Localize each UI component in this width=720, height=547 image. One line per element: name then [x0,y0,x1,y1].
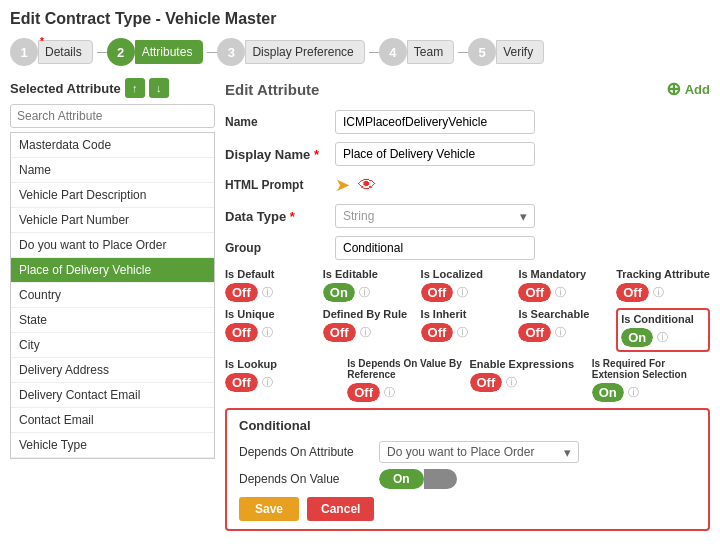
toggle-switch-is-unique[interactable]: Off [225,323,258,342]
eye-icon[interactable]: 👁 [358,175,376,196]
display-name-label: Display Name * [225,147,335,162]
toggle-label-defined-by-rule: Defined By Rule [323,308,407,320]
list-item[interactable]: Do you want to Place Order [11,233,214,258]
name-input[interactable] [335,110,535,134]
list-item[interactable]: Delivery Address [11,358,214,383]
toggle-label-depends-on-value-by-ref: Is Depends On Value By Reference [347,358,465,380]
display-name-row: Display Name * [225,142,710,166]
cond-depends-attr-select[interactable]: Do you want to Place Order [379,441,579,463]
toggle-is-localized: Is Localized Off ⓘ [421,268,515,302]
list-item[interactable]: State [11,308,214,333]
toggle-grid-row3: Is Lookup Off ⓘ Is Depends On Value By R… [225,358,710,402]
info-icon-is-localized[interactable]: ⓘ [457,285,468,300]
list-item[interactable]: Delivery Contact Email [11,383,214,408]
toggle-switch-depends-on-value-by-ref[interactable]: Off [347,383,380,402]
tab-team[interactable]: 4 Team [379,38,458,66]
toggle-row-is-lookup: Off ⓘ [225,373,273,392]
tab-details[interactable]: 1* Details [10,38,97,66]
toggle-row-is-conditional: On ⓘ [621,328,668,347]
move-down-button[interactable]: ↓ [149,78,169,98]
toggle-row-enable-expressions: Off ⓘ [470,373,518,392]
cond-depends-attr-select-wrapper: Do you want to Place Order [379,441,579,463]
cond-depends-attr-label: Depends On Attribute [239,445,379,459]
conditional-title: Conditional [239,418,696,433]
tab-verify[interactable]: 5 Verify [468,38,548,66]
toggle-switch-is-localized[interactable]: Off [421,283,454,302]
toggle-switch-is-inherit[interactable]: Off [421,323,454,342]
list-item[interactable]: Country [11,283,214,308]
list-item[interactable]: Vehicle Type [11,433,214,458]
info-icon-defined-by-rule[interactable]: ⓘ [360,325,371,340]
save-button[interactable]: Save [239,497,299,521]
toggle-row-depends-on-value-by-ref: Off ⓘ [347,383,395,402]
toggle-label-is-default: Is Default [225,268,275,280]
toggle-switch-tracking-attribute[interactable]: Off [616,283,649,302]
search-input[interactable] [10,104,215,128]
tab-label-details: Details [38,40,93,64]
toggle-label-enable-expressions: Enable Expressions [470,358,575,370]
toggle-label-is-editable: Is Editable [323,268,378,280]
add-button[interactable]: ⊕ Add [666,78,710,100]
info-icon-is-lookup[interactable]: ⓘ [262,375,273,390]
toggle-switch-is-required-extension[interactable]: On [592,383,624,402]
info-icon-enable-expressions[interactable]: ⓘ [506,375,517,390]
info-icon-is-searchable[interactable]: ⓘ [555,325,566,340]
tab-label-team: Team [407,40,454,64]
tab-divider-2 [207,52,217,53]
html-prompt-label: HTML Prompt [225,178,335,192]
move-up-button[interactable]: ↑ [125,78,145,98]
cond-depends-value-toggle[interactable]: On [379,469,457,489]
tab-display-preference[interactable]: 3 Display Preference [217,38,368,66]
toggle-label-is-localized: Is Localized [421,268,483,280]
name-value [335,110,710,134]
info-icon-depends-on-value-by-ref[interactable]: ⓘ [384,385,395,400]
toggle-switch-is-searchable[interactable]: Off [518,323,551,342]
cond-depends-value-row: Depends On Value On [239,469,696,489]
data-type-value: String [335,204,710,228]
list-item[interactable]: Vehicle Part Number [11,208,214,233]
toggle-switch-is-conditional[interactable]: On [621,328,653,347]
toggle-is-searchable: Is Searchable Off ⓘ [518,308,612,352]
data-type-select[interactable]: String [335,204,535,228]
list-item[interactable]: Masterdata Code [11,133,214,158]
info-icon-is-default[interactable]: ⓘ [262,285,273,300]
toggle-switch-is-mandatory[interactable]: Off [518,283,551,302]
cancel-button[interactable]: Cancel [307,497,374,521]
list-item[interactable]: Vehicle Part Description [11,183,214,208]
info-icon-is-unique[interactable]: ⓘ [262,325,273,340]
toggle-depends-on-value-by-ref: Is Depends On Value By Reference Off ⓘ [347,358,465,402]
toggle-switch-is-default[interactable]: Off [225,283,258,302]
info-icon-is-required-extension[interactable]: ⓘ [628,385,639,400]
list-item[interactable]: City [11,333,214,358]
group-input[interactable] [335,236,535,260]
tab-label-verify: Verify [496,40,544,64]
content-area: Selected Attribute ↑ ↓ Masterdata Code N… [10,78,710,531]
toggle-switch-enable-expressions[interactable]: Off [470,373,503,392]
info-icon-is-inherit[interactable]: ⓘ [457,325,468,340]
toggle-switch-is-lookup[interactable]: Off [225,373,258,392]
name-row: Name [225,110,710,134]
info-icon-is-conditional[interactable]: ⓘ [657,330,668,345]
selected-attr-label: Selected Attribute [10,81,121,96]
toggle-switch-is-editable[interactable]: On [323,283,355,302]
display-name-input[interactable] [335,142,535,166]
toggle-row-is-default: Off ⓘ [225,283,273,302]
toggle-row-tracking-attribute: Off ⓘ [616,283,664,302]
tab-attributes[interactable]: 2 Attributes [107,38,208,66]
list-item[interactable]: Contact Email [11,408,214,433]
right-panel: Edit Attribute ⊕ Add Name Display Name * [225,78,710,531]
toggle-label-is-inherit: Is Inherit [421,308,467,320]
toggle-row-is-localized: Off ⓘ [421,283,469,302]
info-icon-is-editable[interactable]: ⓘ [359,285,370,300]
info-icon-tracking-attribute[interactable]: ⓘ [653,285,664,300]
group-label: Group [225,241,335,255]
tab-number-2: 2 [107,38,135,66]
info-icon-is-mandatory[interactable]: ⓘ [555,285,566,300]
group-row: Group [225,236,710,260]
toggle-is-conditional: Is Conditional On ⓘ [616,308,710,352]
list-item-active[interactable]: Place of Delivery Vehicle [11,258,214,283]
toggle-is-mandatory: Is Mandatory Off ⓘ [518,268,612,302]
list-item[interactable]: Name [11,158,214,183]
toggle-switch-defined-by-rule[interactable]: Off [323,323,356,342]
arrow-icon[interactable]: ➤ [335,174,350,196]
